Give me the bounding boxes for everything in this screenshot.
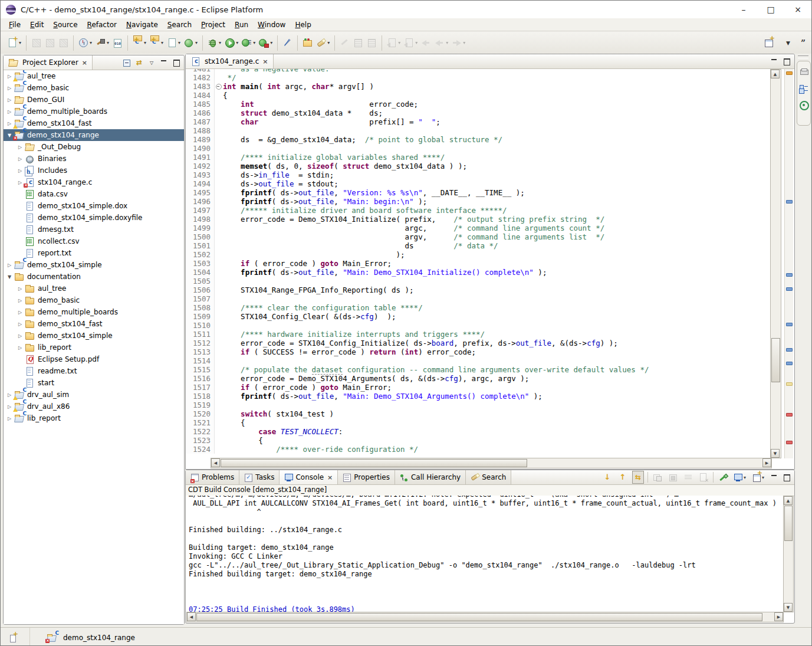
tab-problems[interactable]: Problems [186,470,239,484]
menu-search[interactable]: Search [163,19,196,30]
close-editor-icon[interactable]: × [262,58,268,65]
link-with-editor-icon[interactable] [135,58,143,67]
tree-item-drv-aul-sim[interactable]: ▷Cdrv_aul_sim [4,389,184,401]
new-source-file-button[interactable]: ▾ [165,35,182,51]
scroll-up-arrow-icon[interactable]: ▲ [784,496,793,505]
dropdown-icon[interactable]: ▾ [253,40,255,45]
code-area[interactable]: 1481 as a negative value.1482 */1483int … [186,69,772,458]
scrollbar-thumb[interactable] [196,613,762,621]
annotation-marker[interactable] [786,273,793,277]
new-class-button[interactable]: ▾ [182,35,199,51]
open-element-button[interactable] [301,35,314,51]
new-c-project-button[interactable]: ▾ [131,35,148,51]
tree-item-demo-multiple-boards[interactable]: ▷demo_multiple_boards [4,306,184,318]
open-console-button[interactable]: ▾ [751,471,765,484]
twistie-collapsed-icon[interactable]: ▷ [15,298,25,303]
scroll-right-arrow-icon[interactable]: ▶ [774,612,783,621]
fold-marker-icon[interactable] [216,84,222,90]
scroll-to-next-button[interactable] [601,471,613,484]
annotation-marker[interactable] [786,362,793,365]
menu-refactor[interactable]: Refactor [83,19,121,30]
annotation-marker[interactable] [786,200,793,204]
dropdown-icon[interactable]: ▾ [19,40,21,45]
overview-ruler[interactable] [784,69,793,458]
tree-item-demo-stx104-fast[interactable]: ▷Cdemo_stx104_fast [4,117,184,129]
tree-item-demo-stx104-simple[interactable]: ▷demo_stx104_simple [4,330,184,342]
tree-item-lib-report[interactable]: ▷lib_report [4,342,184,353]
build-button[interactable]: ▾ [94,35,111,51]
tree-item-readme-txt[interactable]: readme.txt [4,365,184,377]
annotation-marker[interactable] [786,413,793,417]
new-wizard-button[interactable]: ▾ [6,35,23,51]
tree-item-demo-basic[interactable]: ▷Cdemo_basic [4,82,184,94]
twistie-collapsed-icon[interactable]: ▷ [15,333,25,339]
editor-vertical-scrollbar[interactable]: ▲▼ [770,69,781,458]
menu-source[interactable]: Source [48,19,82,30]
console-horizontal-scrollbar[interactable]: ◀▶ [186,612,784,622]
fast-view-button[interactable] [1,628,30,646]
tree-item-eclipse-setup-pdf[interactable]: Eclipse Setup.pdf [4,353,184,365]
menu-run[interactable]: Run [230,19,253,30]
menu-edit[interactable]: Edit [25,19,48,30]
annotation-marker[interactable] [786,71,793,75]
maximize-console-icon[interactable] [783,473,791,481]
console-output[interactable]: …/aul_tree/…, …/devices/…, …/devices/…, … [186,496,784,612]
maximize-editor-icon[interactable] [783,57,791,65]
minimize-button[interactable]: – [730,1,757,18]
annotation-marker[interactable] [786,287,793,291]
tree-item-aul-tree[interactable]: ▷aul_tree [4,283,184,294]
tab-project-explorer[interactable]: Project Explorer × [4,55,93,70]
open-perspective-button[interactable] [762,35,775,51]
annotation-marker[interactable] [786,382,793,386]
dropdown-icon[interactable]: ▾ [236,40,238,45]
tab-search[interactable]: Search [466,470,511,484]
twistie-collapsed-icon[interactable]: ▷ [15,310,25,315]
tree-item-demo-stx104-fast[interactable]: ▷demo_stx104_fast [4,318,184,330]
scroll-up-arrow-icon[interactable]: ▲ [771,70,780,78]
dropdown-icon[interactable]: ▾ [161,40,163,45]
scroll-right-arrow-icon[interactable]: ▶ [762,458,771,467]
twistie-collapsed-icon[interactable]: ▷ [5,97,14,103]
dropdown-icon[interactable]: ▾ [90,40,92,45]
tree-item--out-debug[interactable]: ▷_Out_Debug [4,141,184,153]
make-target-view-icon[interactable] [799,100,808,110]
run-external-tools-button[interactable]: ▾ [240,35,257,51]
twistie-collapsed-icon[interactable]: ▷ [15,168,25,173]
tree-item-stx104-range-c[interactable]: ▷stx104_range.c [4,176,184,188]
menu-navigate[interactable]: Navigate [121,19,163,30]
tree-item-aul-tree[interactable]: ▷Caul_tree [4,70,184,82]
tree-item-demo-stx104-simple-dox[interactable]: demo_stx104_simple.dox [4,200,184,212]
run-button[interactable]: ▾ [223,35,240,51]
outline-view-icon[interactable] [799,84,808,93]
scroll-to-previous-button[interactable] [617,471,629,484]
dropdown-icon[interactable]: ▾ [744,475,746,480]
dropdown-icon[interactable]: ▾ [178,40,180,45]
twistie-collapsed-icon[interactable]: ▷ [15,145,25,150]
menu-project[interactable]: Project [196,19,230,30]
maximize-button[interactable]: □ [757,1,784,18]
scroll-left-arrow-icon[interactable]: ◀ [187,612,196,621]
tab-stx104-range-c[interactable]: stx104_range.c × [186,54,274,68]
display-selected-console-button[interactable]: ▾ [732,471,747,484]
scroll-down-arrow-icon[interactable]: ▼ [784,603,793,612]
dropdown-icon[interactable]: ▾ [270,40,272,45]
close-view-icon[interactable]: × [82,59,87,67]
twistie-collapsed-icon[interactable]: ▷ [15,322,25,327]
tab-tasks[interactable]: Tasks [239,470,280,484]
menu-file[interactable]: File [4,19,25,30]
tree-item-start[interactable]: start [4,377,184,389]
annotation-marker[interactable] [786,323,793,326]
tab-call-hierarchy[interactable]: Call Hierarchy [395,470,466,484]
debug-button[interactable]: ▾ [206,35,223,51]
toggle-mark-occurrences-button[interactable] [281,35,294,51]
dropdown-icon[interactable]: ▾ [327,40,330,45]
twistie-collapsed-icon[interactable]: ▷ [15,156,25,162]
tree-item-demo-multiple-boards[interactable]: ▷Cdemo_multiple_boards [4,106,184,117]
scrollbar-thumb[interactable] [771,338,780,382]
tree-item-report-txt[interactable]: report.txt [4,247,184,259]
show-console-on-output-button[interactable] [632,471,644,484]
dropdown-icon[interactable]: ▾ [107,40,109,45]
minimize-editor-icon[interactable] [770,57,778,65]
tree-item-dmesg-txt[interactable]: dmesg.txt [4,224,184,235]
tree-item-demo-stx104-simple[interactable]: ▷Cdemo_stx104_simple [4,259,184,271]
